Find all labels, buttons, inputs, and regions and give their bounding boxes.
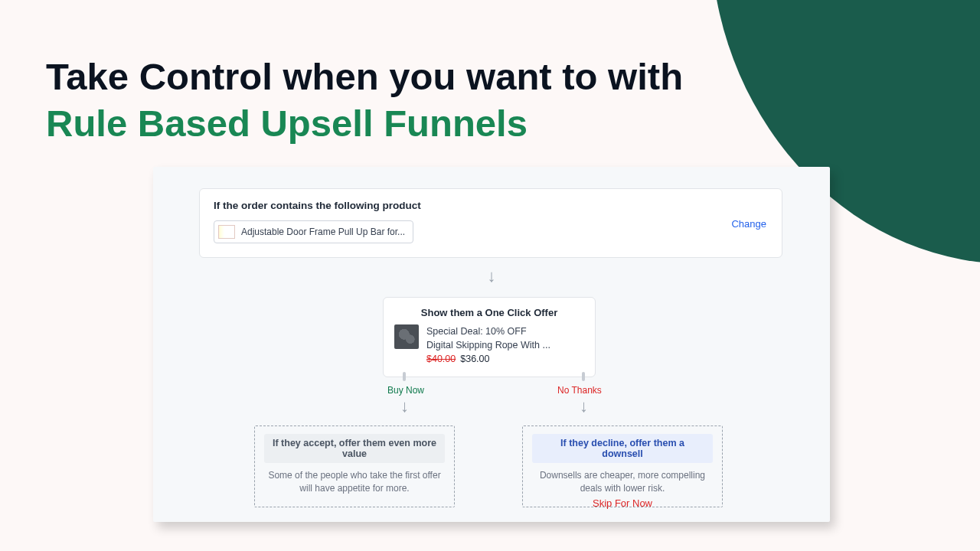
- funnel-panel: If the order contains the following prod…: [153, 167, 830, 522]
- offer-price: $40.00$36.00: [426, 352, 550, 366]
- arrow-down-icon: ↓: [580, 396, 588, 416]
- offer-card: Show them a One Click Offer Special Deal…: [383, 297, 596, 377]
- trigger-rule-card: If the order contains the following prod…: [199, 188, 782, 258]
- outcome-decline-desc: Downsells are cheaper, more compelling d…: [532, 469, 713, 496]
- connector-stub-icon: [403, 372, 406, 381]
- headline-accent: Rule Based Upsell Funnels: [46, 103, 528, 144]
- offer-price-old: $40.00: [426, 354, 456, 364]
- outcome-accept-card[interactable]: If they accept, offer them even more val…: [254, 425, 455, 507]
- change-product-link[interactable]: Change: [731, 218, 766, 230]
- trigger-product-label: Adjustable Door Frame Pull Up Bar for...: [241, 227, 405, 237]
- connector-stub-icon: [582, 372, 585, 381]
- trigger-product-chip[interactable]: Adjustable Door Frame Pull Up Bar for...: [214, 220, 413, 243]
- product-thumbnail-icon: [218, 225, 235, 239]
- skip-for-now-link[interactable]: Skip For Now: [522, 497, 723, 509]
- trigger-rule-title: If the order contains the following prod…: [214, 200, 768, 211]
- branch-accept-label: Buy Now: [387, 385, 424, 396]
- offer-details: Special Deal: 10% OFF Digital Skipping R…: [426, 324, 550, 366]
- page-headline: Take Control when you want to with Rule …: [46, 54, 683, 148]
- outcome-decline-headline: If they decline, offer them a downsell: [532, 434, 713, 463]
- arrow-down-icon: ↓: [400, 396, 409, 416]
- offer-product-thumbnail-icon: [394, 324, 419, 349]
- headline-line1: Take Control when you want to with: [46, 56, 683, 97]
- outcome-accept-desc: Some of the people who take the first of…: [264, 469, 445, 496]
- offer-deal-line: Special Deal: 10% OFF: [426, 324, 550, 338]
- branch-decline-label: No Thanks: [557, 385, 602, 396]
- outcome-accept-headline: If they accept, offer them even more val…: [264, 434, 445, 463]
- offer-product-line: Digital Skipping Rope With ...: [426, 338, 550, 352]
- offer-price-new: $36.00: [460, 354, 489, 364]
- outcome-decline-card[interactable]: If they decline, offer them a downsell D…: [522, 425, 723, 507]
- arrow-down-icon: ↓: [488, 268, 496, 285]
- offer-card-title: Show them a One Click Offer: [394, 307, 584, 318]
